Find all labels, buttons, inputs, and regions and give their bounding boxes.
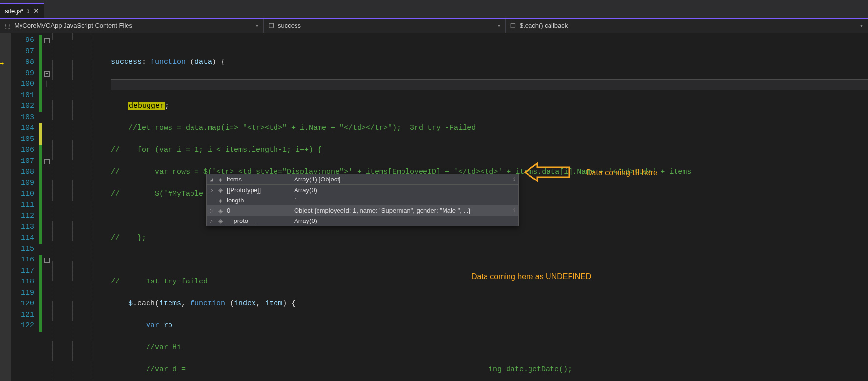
expand-icon[interactable]: ▷ [210,208,214,213]
prop-name: __proto__ [227,217,290,224]
prop-name: 0 [227,207,290,214]
prop-value: Object {employeeId: 1, name: "Superman",… [294,207,509,214]
object-icon: ◈ [218,176,223,183]
annotation-arrow [523,162,572,182]
fold-toggle[interactable]: − [44,159,50,164]
chevron-down-icon[interactable]: ▾ [860,23,863,28]
annotation-text-2: Data coming here as UNDEFINED [471,272,591,281]
cube-icon: ❒ [269,22,274,29]
nav-scope-label: MyCoreMVCApp JavaScript Content Files [14,22,132,29]
fold-gutter[interactable]: − − ⎮ − − [42,33,52,381]
scope-icon: ⬚ [5,22,10,29]
annotation-text-1: Data coming till here [586,168,657,177]
breakpoint-gutter[interactable]: ➨ [0,33,11,381]
fold-toggle[interactable]: − [44,71,50,77]
datatip-header[interactable]: ◢ ◈ items Array(1) [Object] ⟟ [207,174,518,185]
nav-scope[interactable]: ⬚ MyCoreMVCApp JavaScript Content Files … [0,19,264,33]
tab-bar: site.js* ⟟ ✕ [0,0,868,19]
code-token: success [111,58,142,66]
object-icon: ◈ [218,187,223,194]
debugger-keyword: debugger [128,102,165,110]
prop-name: length [227,197,290,204]
indent-guides [52,33,111,381]
tab-title: site.js* [5,7,23,15]
file-tab[interactable]: site.js* ⟟ ✕ [0,3,44,18]
expand-icon[interactable]: ◢ [210,177,214,182]
chevron-down-icon[interactable]: ▾ [498,23,500,28]
debug-datatip[interactable]: ◢ ◈ items Array(1) [Object] ⟟ ▷ ◈ [[Prot… [206,174,519,226]
nav-member1-label: success [278,22,301,29]
datatip-root-type: Array(1) [Object] [294,176,509,183]
datatip-row[interactable]: ▷ ◈ 0 Object {employeeId: 1, name: "Supe… [207,205,518,216]
nav-bar: ⬚ MyCoreMVCApp JavaScript Content Files … [0,19,868,33]
nav-member1[interactable]: ❒ success ▾ [264,19,506,33]
datatip-root-name: items [227,176,290,183]
object-icon: ◈ [218,197,223,204]
pin-icon[interactable]: ⟟ [513,207,515,214]
datatip-row[interactable]: ◈ length 1 [207,195,518,205]
datatip-row[interactable]: ▷ ◈ __proto__ Array(0) [207,216,518,226]
close-icon[interactable]: ✕ [33,7,39,15]
pin-icon[interactable]: ⟟ [27,8,29,14]
expand-icon[interactable]: ▷ [210,187,214,193]
fold-toggle[interactable]: − [44,258,50,263]
chevron-down-icon[interactable]: ▾ [256,23,258,28]
expand-icon[interactable]: ▷ [210,218,214,223]
cube-icon: ❒ [510,22,516,29]
prop-value: Array(0) [294,217,515,224]
line-number-gutter: 9697989910010110210310410510610710810911… [11,33,39,381]
object-icon: ◈ [218,207,223,214]
execution-pointer-icon: ➨ [0,60,4,68]
nav-member2[interactable]: ❒ $.each() callback ▾ [506,19,868,33]
prop-value: 1 [294,197,515,204]
nav-member2-label: $.each() callback [520,22,568,29]
pin-icon[interactable]: ⟟ [513,176,515,182]
object-icon: ◈ [218,218,223,224]
datatip-row[interactable]: ▷ ◈ [[Prototype]] Array(0) [207,185,518,195]
prop-name: [[Prototype]] [227,186,290,194]
prop-value: Array(0) [294,186,515,194]
fold-toggle[interactable]: − [44,38,50,43]
